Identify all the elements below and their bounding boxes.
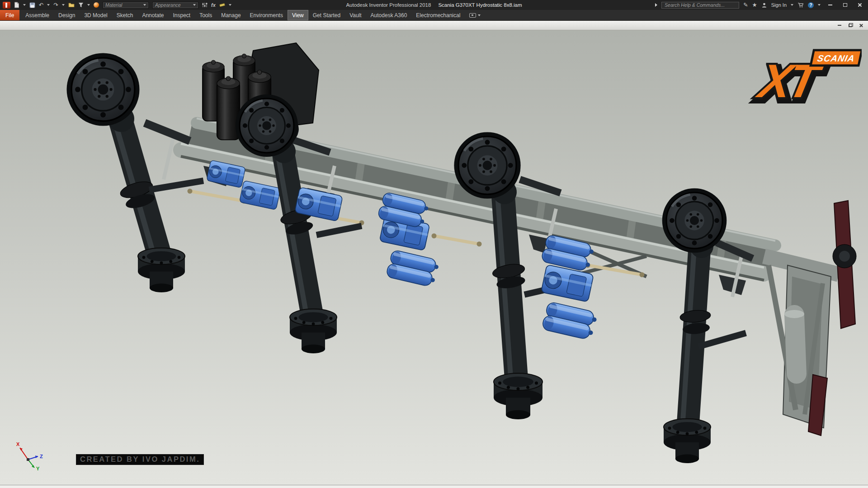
quick-access-toolbar: ↶ ↷ Material Appearance fx [3,2,231,9]
store-cart-icon[interactable] [797,2,804,8]
orientation-triad[interactable]: X Z Y [14,441,45,472]
model-watermark: CREATED BY IVO JAPDIM. [76,454,204,465]
document-title: Scania G370XT Hydrostatic 8x8.iam [438,2,522,8]
close-button[interactable] [854,0,865,10]
tab-manage[interactable]: Manage [217,10,245,20]
appearance-caret-icon [193,4,196,6]
inventor-window: ↶ ↷ Material Appearance fx [0,0,868,488]
adjust-appearance-icon[interactable] [202,2,208,8]
search-input[interactable] [661,2,739,9]
save-icon[interactable] [29,2,35,8]
tab-assemble[interactable]: Assemble [21,10,54,20]
tab-environments[interactable]: Environments [245,10,288,20]
tab-autodesk-a360[interactable]: Autodesk A360 [366,10,412,20]
doc-restore-icon [849,24,852,27]
doc-close-icon [859,23,863,28]
model-viewport[interactable]: XT XT SCANIA X Z Y CREATED BY IVO JAPDIM… [0,30,868,485]
tab-view[interactable]: View [288,10,308,20]
tab-electromechanical[interactable]: Electromechanical [411,10,465,20]
maximize-icon [843,3,847,7]
material-sphere-icon [94,2,99,8]
help-icon[interactable]: ? [808,2,814,8]
send-feedback-pencil-icon[interactable]: ✎ [743,2,748,8]
redo-icon[interactable]: ↷ [53,2,58,8]
redo-dropdown-caret[interactable] [62,4,65,6]
measure-icon[interactable] [219,2,225,8]
new-file-dropdown-caret[interactable] [23,4,26,6]
favorites-star-icon[interactable]: ★ [752,2,757,8]
doc-minimize-icon [838,25,841,26]
material-dropdown[interactable]: Material [103,2,149,9]
axle-4[interactable] [662,188,753,463]
ribbon-display-options[interactable] [465,10,485,20]
minimize-icon [828,5,832,5]
open-folder-icon[interactable] [68,2,75,8]
doc-minimize-button[interactable] [835,22,844,29]
sign-in-button[interactable]: Sign In [771,2,787,8]
ribbon-tab-bar: File Assemble Design 3D Model Sketch Ann… [0,10,868,21]
ribbon-display-icon [469,13,476,18]
inventor-app-icon[interactable] [3,2,10,9]
title-bar: ↶ ↷ Material Appearance fx [0,0,868,10]
tab-vault[interactable]: Vault [345,10,366,20]
maximize-button[interactable] [840,0,850,10]
axle-1[interactable] [67,53,204,292]
hydraulic-pump-rear-of-axle2[interactable] [239,181,280,210]
tab-3d-model[interactable]: 3D Model [80,10,112,20]
titlebar-right-group: ✎ ★ Sign In ? [655,0,865,10]
select-dropdown-caret[interactable] [87,4,90,6]
document-window-bar [0,21,868,30]
undo-icon[interactable]: ↶ [39,2,43,8]
help-caret-icon[interactable] [818,4,821,6]
undo-dropdown-caret[interactable] [47,4,50,6]
axle-2[interactable] [236,94,362,353]
close-icon [858,3,862,7]
tab-design[interactable]: Design [54,10,80,20]
tab-inspect[interactable]: Inspect [168,10,195,20]
doc-close-button[interactable] [857,22,866,29]
user-icon[interactable] [761,2,767,8]
select-filter-icon[interactable] [78,2,84,8]
triad-y-label: Y [36,466,40,471]
tab-annotate[interactable]: Annotate [137,10,168,20]
appearance-dropdown-value: Appearance [155,2,181,8]
tab-sketch[interactable]: Sketch [112,10,138,20]
sign-in-caret-icon[interactable] [791,4,793,6]
triad-z-label: Z [40,454,43,459]
app-title: Autodesk Inventor Professional 2018 [346,2,431,8]
parameters-fx-icon[interactable]: fx [211,3,216,8]
minimize-button[interactable] [825,0,835,10]
window-title: Autodesk Inventor Professional 2018 Scan… [346,0,522,10]
material-dropdown-value: Material [105,2,122,8]
status-bar [0,485,868,488]
expand-search-arrow-icon[interactable] [655,3,657,7]
doc-restore-button[interactable] [846,22,855,29]
tab-tools[interactable]: Tools [195,10,217,20]
qat-customize-caret[interactable] [229,4,231,6]
rear-frame-module[interactable] [764,201,856,436]
new-file-icon[interactable] [14,2,19,8]
triad-x-label: X [16,441,20,447]
scania-xt-logo: XT XT SCANIA [735,47,862,106]
tab-file[interactable]: File [0,10,19,20]
ribbon-display-caret-icon [478,14,481,16]
appearance-dropdown[interactable]: Appearance [152,2,198,9]
logo-scania-text: SCANIA [816,53,856,63]
material-caret-icon [143,4,146,6]
tab-get-started[interactable]: Get Started [308,10,345,20]
